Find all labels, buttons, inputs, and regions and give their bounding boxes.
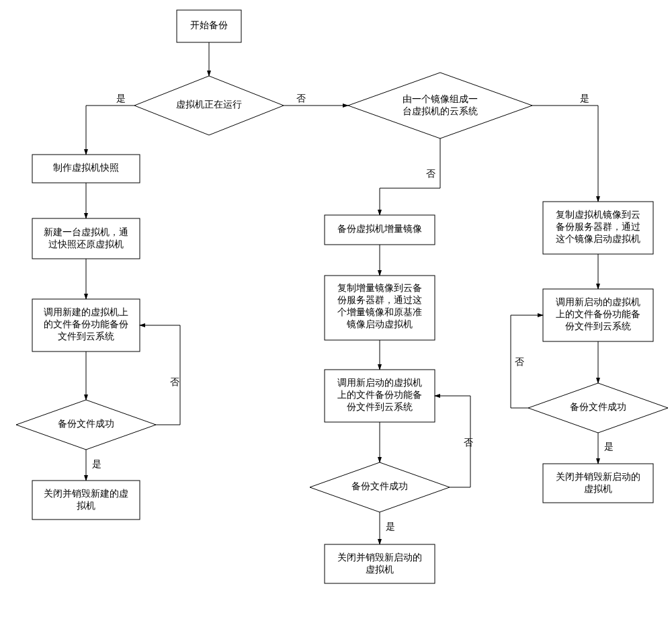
right-b2-l2: 上的文件备份功能备 [556,309,640,319]
decision-single-image [348,73,532,138]
right-b2-l3: 份文件到云系统 [565,321,631,331]
left-b2-l1: 新建一台虚拟机，通 [44,227,128,237]
left-destroy-box [32,481,140,520]
right-b1-l2: 备份服务器群，通过 [556,222,640,232]
left-b4-l2: 拟机 [77,501,95,511]
right-b3-l2: 虚拟机 [584,484,612,494]
left-b3-l2: 的文件备份功能备份 [44,319,128,329]
mid-b4-l2: 虚拟机 [366,565,394,575]
mid-b2-l4: 镜像启动虚拟机 [346,319,413,329]
right-no: 否 [515,357,524,367]
mid-b3-l1: 调用新启动的虚拟机 [337,378,422,388]
mid-b2-l2: 份服务器群，通过这 [337,295,422,305]
d2-no: 否 [426,169,435,179]
right-b1-l3: 这个镜像启动虚拟机 [556,234,640,244]
d1-no: 否 [296,93,306,104]
mid-destroy-box [325,544,435,583]
left-b3-l3: 文件到云系统 [58,331,114,341]
right-b2-l1: 调用新启动的虚拟机 [556,297,640,307]
mid-b4-l1: 关闭并销毁新启动的 [337,552,422,563]
flowchart: 开始备份 虚拟机正在运行 是 否 由一个镜像组成一 台虚拟机的云系统 是 否 制… [0,0,672,621]
d1-yes: 是 [116,93,126,104]
left-b3-l1: 调用新建的虚拟机上 [44,307,128,317]
left-no: 否 [170,377,179,387]
mid-b2-l1: 复制增量镜像到云备 [337,283,422,293]
d1-label: 虚拟机正在运行 [176,99,242,110]
d2-l2: 台虚拟机的云系统 [403,106,478,116]
left-yes: 是 [92,459,101,469]
mid-b3-l3: 份文件到云系统 [347,402,413,412]
mid-b2-l3: 个增量镜像和原基准 [337,307,422,317]
mid-b1: 备份虚拟机增量镜像 [337,224,422,234]
mid-no: 否 [464,438,473,448]
start-label: 开始备份 [190,20,228,30]
right-destroy-box [543,464,653,503]
d2-l1: 由一个镜像组成一 [403,94,478,104]
right-b3-l1: 关闭并销毁新启动的 [556,472,640,482]
left-b2-l2: 过快照还原虚拟机 [48,239,124,249]
mid-d: 备份文件成功 [351,481,408,491]
d2-yes: 是 [580,93,589,104]
left-b1: 制作虚拟机快照 [53,163,119,173]
mid-b3-l2: 上的文件备份功能备 [337,390,422,400]
right-b1-l1: 复制虚拟机镜像到云 [556,210,640,220]
left-b4-l1: 关闭并销毁新建的虚 [44,489,128,499]
mid-yes: 是 [386,522,395,532]
left-newvm-box [32,218,140,259]
left-d: 备份文件成功 [58,419,114,429]
right-d: 备份文件成功 [570,402,626,412]
right-yes: 是 [604,442,614,452]
